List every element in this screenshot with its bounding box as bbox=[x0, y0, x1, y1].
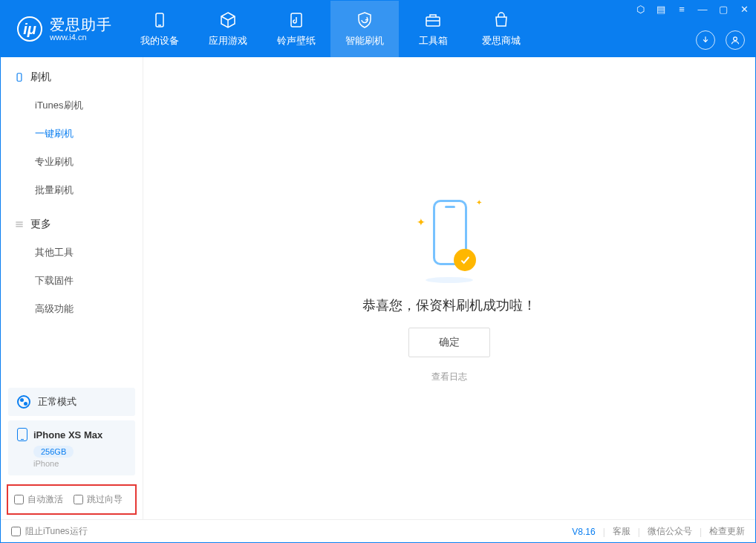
main-content: ✦ ✦ 恭喜您，保资料刷机成功啦！ 确定 查看日志 bbox=[143, 57, 755, 519]
tab-label: 应用游戏 bbox=[209, 34, 247, 48]
list-icon bbox=[14, 219, 25, 230]
window-controls: ⬡ ▤ ≡ — ▢ ✕ bbox=[633, 4, 751, 15]
shirt-icon[interactable]: ⬡ bbox=[633, 4, 647, 15]
sidebar-item-itunes[interactable]: iTunes刷机 bbox=[1, 91, 143, 120]
tab-label: 爱思商城 bbox=[482, 34, 521, 48]
menu-icon[interactable]: ≡ bbox=[675, 4, 688, 15]
section-more: 更多 bbox=[1, 204, 143, 238]
checkbox-input[interactable] bbox=[14, 495, 24, 504]
tab-label: 铃声壁纸 bbox=[277, 34, 316, 48]
app-title: 爱思助手 bbox=[50, 16, 112, 33]
tab-flash[interactable]: 智能刷机 bbox=[330, 1, 399, 57]
tab-label: 工具箱 bbox=[419, 34, 448, 48]
sidebar-item-other[interactable]: 其他工具 bbox=[1, 238, 143, 267]
sparkle-icon: ✦ bbox=[476, 198, 482, 207]
header: iμ 爱思助手 www.i4.cn 我的设备 应用游戏 铃声壁纸 智能刷机 工具… bbox=[1, 1, 755, 57]
download-button[interactable] bbox=[696, 30, 715, 50]
sidebar-item-pro[interactable]: 专业刷机 bbox=[1, 148, 143, 176]
main-tabs: 我的设备 应用游戏 铃声壁纸 智能刷机 工具箱 爱思商城 bbox=[126, 1, 535, 57]
wechat-link[interactable]: 微信公众号 bbox=[648, 525, 692, 538]
sidebar-item-batch[interactable]: 批量刷机 bbox=[1, 176, 143, 204]
check-badge-icon bbox=[454, 249, 476, 271]
bag-icon bbox=[492, 10, 511, 30]
close-button[interactable]: ✕ bbox=[737, 4, 751, 15]
sidebar: 刷机 iTunes刷机 一键刷机 专业刷机 批量刷机 更多 其他工具 下载固件 … bbox=[1, 57, 143, 519]
phone-icon bbox=[150, 10, 169, 30]
tab-store[interactable]: 爱思商城 bbox=[467, 1, 535, 57]
footer: 阻止iTunes运行 V8.16 | 客服 | 微信公众号 | 检查更新 bbox=[1, 519, 755, 543]
sparkle-icon: ✦ bbox=[417, 216, 426, 228]
app-subtitle: www.i4.cn bbox=[50, 33, 112, 42]
view-log-link[interactable]: 查看日志 bbox=[431, 371, 467, 383]
section-flash: 刷机 bbox=[1, 57, 143, 91]
tab-label: 智能刷机 bbox=[345, 34, 384, 48]
checkbox-label: 自动激活 bbox=[27, 493, 63, 506]
success-message: 恭喜您，保资料刷机成功啦！ bbox=[362, 296, 536, 314]
checkbox-input[interactable] bbox=[74, 495, 83, 504]
sidebar-item-firmware[interactable]: 下载固件 bbox=[1, 267, 143, 295]
update-link[interactable]: 检查更新 bbox=[709, 525, 745, 538]
shield-refresh-icon bbox=[355, 10, 374, 30]
block-itunes-label: 阻止iTunes运行 bbox=[25, 525, 88, 538]
section-label: 刷机 bbox=[30, 71, 51, 84]
skip-guide-checkbox[interactable]: 跳过向导 bbox=[74, 493, 123, 506]
svg-rect-3 bbox=[426, 17, 440, 26]
device-type: iPhone bbox=[33, 459, 126, 468]
mode-icon bbox=[17, 395, 30, 409]
logo[interactable]: iμ 爱思助手 www.i4.cn bbox=[1, 1, 126, 57]
tab-device[interactable]: 我的设备 bbox=[126, 1, 194, 57]
svg-rect-5 bbox=[17, 74, 22, 82]
mode-box[interactable]: 正常模式 bbox=[8, 388, 135, 416]
device-name: iPhone XS Max bbox=[33, 429, 102, 440]
checkbox-label: 跳过向导 bbox=[87, 493, 123, 506]
tab-toolbox[interactable]: 工具箱 bbox=[399, 1, 467, 57]
storage-badge: 256GB bbox=[33, 446, 74, 458]
body: 刷机 iTunes刷机 一键刷机 专业刷机 批量刷机 更多 其他工具 下载固件 … bbox=[1, 57, 755, 519]
support-link[interactable]: 客服 bbox=[613, 525, 630, 538]
auto-activate-checkbox[interactable]: 自动激活 bbox=[14, 493, 63, 506]
mode-label: 正常模式 bbox=[38, 395, 76, 409]
maximize-button[interactable]: ▢ bbox=[717, 4, 730, 15]
success-illustration: ✦ ✦ bbox=[412, 194, 486, 283]
list-icon[interactable]: ▤ bbox=[654, 4, 668, 15]
cube-icon bbox=[218, 10, 238, 30]
section-label: 更多 bbox=[30, 218, 51, 231]
phone-icon bbox=[17, 428, 27, 441]
options-row: 自动激活 跳过向导 bbox=[7, 484, 137, 515]
tab-label: 我的设备 bbox=[140, 34, 179, 48]
sidebar-item-advanced[interactable]: 高级功能 bbox=[1, 295, 143, 323]
toolbox-icon bbox=[423, 10, 443, 30]
logo-icon: iμ bbox=[17, 16, 42, 42]
device-box[interactable]: iPhone XS Max 256GB iPhone bbox=[8, 420, 135, 475]
music-icon bbox=[287, 10, 306, 30]
svg-point-4 bbox=[734, 37, 737, 41]
block-itunes-checkbox[interactable] bbox=[11, 527, 21, 536]
version-label: V8.16 bbox=[572, 527, 595, 537]
user-button[interactable] bbox=[726, 30, 745, 50]
tab-ringtone[interactable]: 铃声壁纸 bbox=[262, 1, 330, 57]
phone-icon bbox=[14, 72, 25, 82]
tab-apps[interactable]: 应用游戏 bbox=[194, 1, 262, 57]
header-actions bbox=[696, 30, 745, 50]
ok-button[interactable]: 确定 bbox=[408, 328, 490, 357]
sidebar-item-oneclick[interactable]: 一键刷机 bbox=[1, 120, 143, 148]
minimize-button[interactable]: — bbox=[696, 4, 709, 15]
